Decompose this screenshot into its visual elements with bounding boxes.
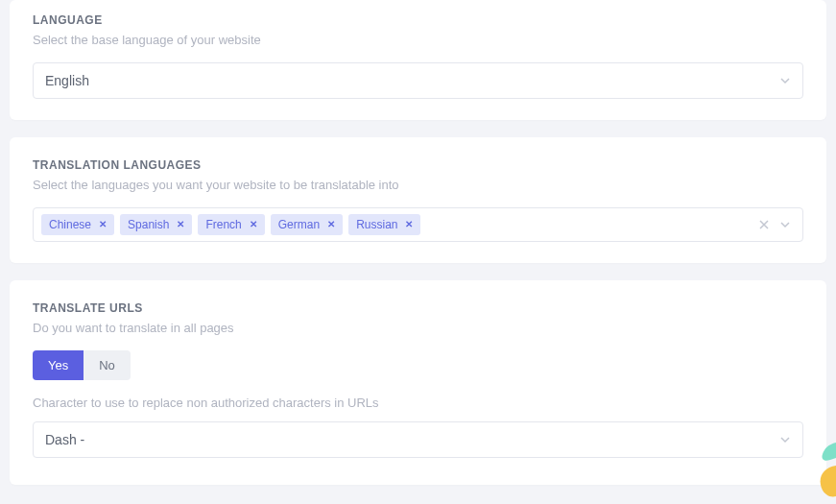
tag-label: Russian bbox=[356, 218, 397, 231]
urls-char-hint: Character to use to replace non authoriz… bbox=[33, 396, 803, 410]
chevron-down-icon bbox=[779, 75, 791, 86]
translation-tag: Spanish✕ bbox=[120, 214, 192, 235]
tag-remove-icon[interactable]: ✕ bbox=[99, 220, 107, 229]
toggle-no-button[interactable]: No bbox=[84, 350, 131, 380]
tag-label: French bbox=[205, 218, 241, 231]
toggle-yes-button[interactable]: Yes bbox=[33, 350, 84, 380]
language-card: LANGUAGE Select the base language of you… bbox=[10, 0, 826, 120]
translate-urls-toggle: Yes No bbox=[33, 350, 803, 380]
translation-subtitle: Select the languages you want your websi… bbox=[33, 178, 803, 192]
urls-char-select[interactable]: Dash - bbox=[33, 421, 803, 458]
translation-tag: Russian✕ bbox=[348, 214, 420, 235]
multiselect-actions bbox=[758, 219, 795, 230]
urls-subtitle: Do you want to translate in all pages bbox=[33, 321, 803, 335]
language-select[interactable]: English bbox=[33, 62, 803, 99]
urls-title: TRANSLATE URLS bbox=[33, 301, 803, 315]
translation-tag: Chinese✕ bbox=[41, 214, 114, 235]
tag-remove-icon[interactable]: ✕ bbox=[405, 220, 413, 229]
language-subtitle: Select the base language of your website bbox=[33, 33, 803, 47]
translation-title: TRANSLATION LANGUAGES bbox=[33, 158, 803, 172]
translation-tags: Chinese✕Spanish✕French✕German✕Russian✕ bbox=[41, 214, 752, 235]
tag-remove-icon[interactable]: ✕ bbox=[250, 220, 257, 229]
tag-label: German bbox=[278, 218, 320, 231]
chevron-down-icon[interactable] bbox=[779, 219, 791, 230]
tag-label: Spanish bbox=[128, 218, 169, 231]
tag-remove-icon[interactable]: ✕ bbox=[327, 220, 335, 229]
tag-remove-icon[interactable]: ✕ bbox=[177, 220, 184, 229]
urls-char-select-value: Dash - bbox=[45, 432, 84, 447]
language-title: LANGUAGE bbox=[33, 13, 803, 27]
urls-card: TRANSLATE URLS Do you want to translate … bbox=[10, 280, 826, 485]
tag-label: Chinese bbox=[49, 218, 91, 231]
translation-card: TRANSLATION LANGUAGES Select the languag… bbox=[10, 137, 826, 263]
chevron-down-icon bbox=[779, 434, 791, 445]
translation-tag: German✕ bbox=[271, 214, 343, 235]
translation-tag: French✕ bbox=[198, 214, 264, 235]
language-select-value: English bbox=[45, 73, 89, 88]
clear-all-icon[interactable] bbox=[758, 219, 770, 230]
translation-multiselect[interactable]: Chinese✕Spanish✕French✕German✕Russian✕ bbox=[33, 207, 803, 242]
